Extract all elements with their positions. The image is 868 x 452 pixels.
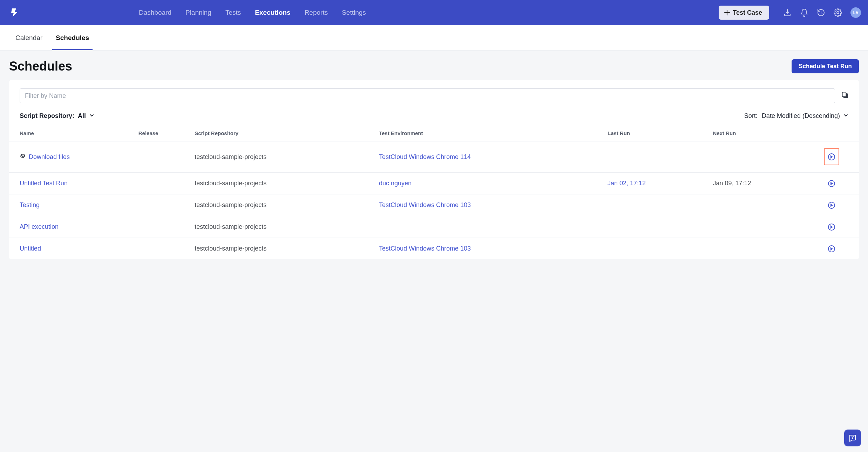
sort-control[interactable]: Sort: Date Modified (Descending) <box>744 112 848 120</box>
schedule-name-link[interactable]: Testing <box>20 201 40 209</box>
nav-reports[interactable]: Reports <box>305 9 328 16</box>
page-title: Schedules <box>9 59 72 74</box>
next-run-cell <box>713 194 814 216</box>
filter-row <box>9 88 859 103</box>
repo-filter-value: All <box>78 112 86 120</box>
release-cell <box>138 194 195 216</box>
create-test-case-label: Test Case <box>733 9 762 16</box>
schedules-table: Name Release Script Repository Test Envi… <box>9 126 859 259</box>
next-run-cell <box>713 216 814 238</box>
cloud-icon <box>20 153 26 161</box>
next-run-cell: Jan 09, 17:12 <box>713 173 814 194</box>
repo-cell: testcloud-sample-projects <box>195 141 379 173</box>
script-repository-filter[interactable]: Script Repository: All <box>20 112 94 120</box>
environment-link[interactable]: TestCloud Windows Chrome 103 <box>379 201 471 208</box>
sort-label: Sort: <box>744 112 758 120</box>
run-button[interactable] <box>824 148 839 165</box>
release-cell <box>138 173 195 194</box>
sub-tabs: Calendar Schedules <box>0 25 868 51</box>
schedules-card: Script Repository: All Sort: Date Modifi… <box>9 80 859 259</box>
sort-value: Date Modified (Descending) <box>762 112 840 120</box>
chevron-down-icon <box>843 113 848 119</box>
copy-icon[interactable] <box>841 91 848 100</box>
tab-schedules[interactable]: Schedules <box>56 25 89 50</box>
play-icon <box>828 180 835 187</box>
schedule-name-link[interactable]: Download files <box>29 153 70 161</box>
last-run-link[interactable]: Jan 02, 17:12 <box>608 180 646 187</box>
th-release: Release <box>138 126 195 141</box>
table-row: API executiontestcloud-sample-projects <box>9 216 859 238</box>
plus-icon <box>724 10 730 15</box>
table-row: Untitled Test Runtestcloud-sample-projec… <box>9 173 859 194</box>
nav-links: Dashboard Planning Tests Executions Repo… <box>139 9 366 16</box>
repo-cell: testcloud-sample-projects <box>195 194 379 216</box>
play-icon <box>828 153 835 160</box>
schedule-name-link[interactable]: API execution <box>20 223 59 231</box>
filter-by-name-input[interactable] <box>20 88 835 103</box>
app-logo[interactable] <box>10 8 20 18</box>
run-button[interactable] <box>828 180 835 187</box>
environment-link[interactable]: TestCloud Windows Chrome 103 <box>379 245 471 252</box>
release-cell <box>138 141 195 173</box>
table-header-row: Name Release Script Repository Test Envi… <box>9 126 859 141</box>
svg-point-0 <box>837 12 839 14</box>
avatar[interactable]: LA <box>850 7 861 18</box>
schedule-name-link[interactable]: Untitled <box>20 245 41 252</box>
release-cell <box>138 238 195 260</box>
nav-planning[interactable]: Planning <box>185 9 211 16</box>
table-row: Testingtestcloud-sample-projectsTestClou… <box>9 194 859 216</box>
environment-link[interactable]: TestCloud Windows Chrome 114 <box>379 153 471 160</box>
th-run <box>815 126 859 141</box>
download-icon[interactable] <box>783 8 792 17</box>
play-icon <box>828 202 835 209</box>
schedule-test-run-button[interactable]: Schedule Test Run <box>792 59 859 73</box>
play-icon <box>828 245 835 252</box>
svg-rect-3 <box>843 93 846 97</box>
play-icon <box>828 224 835 231</box>
nav-tests[interactable]: Tests <box>225 9 241 16</box>
schedule-name-link[interactable]: Untitled Test Run <box>20 180 68 187</box>
th-last-run: Last Run <box>608 126 713 141</box>
next-run-cell <box>713 238 814 260</box>
next-run-cell <box>713 141 814 173</box>
top-nav: Dashboard Planning Tests Executions Repo… <box>0 0 868 25</box>
environment-link[interactable]: duc nguyen <box>379 180 412 187</box>
chevron-down-icon <box>89 113 94 119</box>
th-next-run: Next Run <box>713 126 814 141</box>
repo-cell: testcloud-sample-projects <box>195 216 379 238</box>
release-cell <box>138 216 195 238</box>
nav-settings[interactable]: Settings <box>342 9 366 16</box>
repo-cell: testcloud-sample-projects <box>195 173 379 194</box>
table-row: Untitledtestcloud-sample-projectsTestClo… <box>9 238 859 260</box>
run-button[interactable] <box>828 202 835 209</box>
run-button[interactable] <box>828 245 835 252</box>
tab-calendar[interactable]: Calendar <box>15 25 42 50</box>
create-test-case-button[interactable]: Test Case <box>719 6 769 20</box>
page-header: Schedules Schedule Test Run <box>0 51 868 80</box>
nav-dashboard[interactable]: Dashboard <box>139 9 171 16</box>
th-env: Test Environment <box>379 126 608 141</box>
gear-icon[interactable] <box>834 8 842 17</box>
history-icon[interactable] <box>817 8 825 17</box>
nav-icon-group: LA <box>783 7 861 18</box>
run-button[interactable] <box>828 224 835 231</box>
bell-icon[interactable] <box>800 8 808 17</box>
repo-cell: testcloud-sample-projects <box>195 238 379 260</box>
controls-row: Script Repository: All Sort: Date Modifi… <box>9 103 859 126</box>
nav-executions[interactable]: Executions <box>255 9 290 16</box>
repo-filter-label: Script Repository: <box>20 112 74 120</box>
th-repo: Script Repository <box>195 126 379 141</box>
th-name: Name <box>9 126 138 141</box>
table-row: Download filestestcloud-sample-projectsT… <box>9 141 859 173</box>
